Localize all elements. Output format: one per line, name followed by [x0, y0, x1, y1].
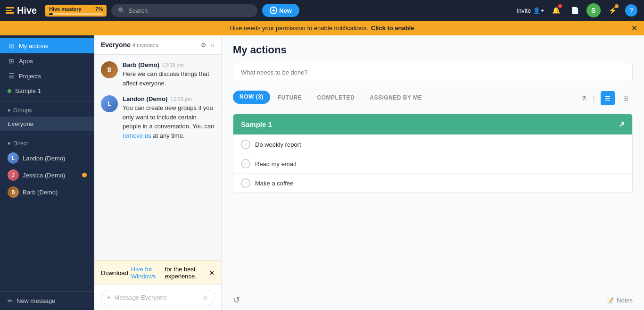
topbar-actions: Invite 👤+ 🔔 📄 S ⚡ ? — [516, 3, 638, 17]
task-row-2: ✓ Make a coffee — [233, 173, 632, 193]
home-icon: ⊞ — [8, 42, 15, 50]
notes-icon: 📝 — [606, 297, 614, 304]
remove-us-link[interactable]: remove us — [123, 132, 151, 139]
tab-completed[interactable]: COMPLETED — [310, 91, 363, 106]
documents-button[interactable]: 📄 — [568, 3, 582, 17]
sidebar-item-everyone[interactable]: Everyone — [0, 117, 94, 131]
list-view-button[interactable]: ☰ — [601, 91, 615, 105]
sidebar-item-sample1[interactable]: Sample 1 — [0, 84, 94, 98]
channel-name: Everyone — [101, 41, 131, 49]
banner-link[interactable]: Click to enable — [371, 25, 414, 32]
download-bar: Download Hive for Windows for the best e… — [94, 260, 221, 285]
undo-button[interactable]: ↺ — [233, 295, 240, 305]
task-input[interactable] — [233, 63, 633, 82]
tab-now[interactable]: NOW (3) — [233, 91, 270, 104]
groups-label: Groups — [13, 107, 32, 114]
middle-header: Everyone 4 members ⚙ ‹‹ — [94, 35, 221, 55]
sidebar-item-my-actions[interactable]: ⊞ My actions — [0, 38, 94, 53]
sidebar-item-my-actions-label: My actions — [19, 42, 48, 50]
activity-badge — [615, 4, 619, 8]
task-row-0: ✓ Do weekly report — [233, 134, 632, 154]
sidebar-item-landon[interactable]: L Landon (Demo) — [0, 150, 94, 167]
invite-button[interactable]: Invite 👤+ — [516, 7, 544, 14]
notifications-button[interactable]: 🔔 — [549, 3, 563, 17]
barb-msg-header: Barb (Demo) 12:58 pm — [123, 61, 215, 68]
task-row-1: ✓ Read my email — [233, 154, 632, 173]
jessica-unread-badge — [82, 173, 87, 177]
emoji-icon[interactable]: ☺ — [202, 294, 208, 301]
tabs-row: NOW (3) FUTURE COMPLETED ASSIGNED BY ME … — [222, 87, 644, 106]
landon-msg-header: Landon (Demo) 12:58 pm — [123, 95, 215, 102]
barb-msg-text: Here we can discuss things that affect e… — [123, 69, 215, 88]
sidebar-item-barb[interactable]: B Barb (Demo) — [0, 184, 94, 201]
landon-msg-avatar: L — [101, 95, 118, 112]
download-link[interactable]: Hive for Windows — [131, 266, 162, 280]
search-text: Search — [128, 7, 148, 14]
banner-text: Hive needs your permission to enable not… — [230, 25, 368, 32]
sidebar-item-sample1-label: Sample 1 — [15, 87, 41, 94]
download-text2: for the best experience. — [165, 266, 206, 280]
download-text: Download — [101, 269, 128, 276]
message-row-barb: B Barb (Demo) 12:58 pm Here we can discu… — [101, 61, 215, 88]
project-group-sample1: Sample 1 ↗ ✓ Do weekly report ✓ Read my … — [233, 114, 633, 193]
landon-msg-name: Landon (Demo) — [123, 95, 167, 102]
user-avatar[interactable]: S — [586, 3, 601, 17]
tab-future[interactable]: FUTURE — [270, 91, 310, 106]
collapse-icon[interactable]: ‹‹ — [210, 42, 215, 49]
sidebar-item-projects[interactable]: ☰ Projects — [0, 68, 94, 84]
landon-name: Landon (Demo) — [23, 155, 65, 162]
search-box[interactable]: 🔍 Search — [111, 4, 257, 17]
landon-msg-text: You can create new groups if you only wa… — [123, 103, 215, 140]
document-icon: 📄 — [571, 7, 579, 14]
tab-assigned-by-me[interactable]: ASSIGNED BY ME — [362, 91, 429, 106]
help-button[interactable]: ? — [624, 3, 638, 17]
activity-button[interactable]: ⚡ — [605, 3, 619, 17]
jessica-name: Jessica (Demo) — [23, 172, 65, 179]
sidebar-footer: ✏ New message — [0, 291, 94, 310]
right-panel: My actions NOW (3) FUTURE COMPLETED ASSI… — [222, 35, 644, 310]
project-header: Sample 1 ↗ — [233, 114, 632, 134]
filter-icon[interactable]: ⚗ — [581, 95, 587, 102]
sample1-dot — [8, 89, 11, 93]
sidebar-item-apps[interactable]: ⊞ Apps — [0, 53, 94, 68]
sidebar-item-jessica[interactable]: J Jessica (Demo) — [0, 167, 94, 184]
task-check-0[interactable]: ✓ — [241, 140, 250, 149]
settings-icon[interactable]: ⚙ — [201, 42, 206, 49]
invite-icon: 👤+ — [533, 7, 544, 14]
grid-view-button[interactable]: ⊞ — [619, 91, 633, 105]
barb-msg-content: Barb (Demo) 12:58 pm Here we can discuss… — [123, 61, 215, 88]
task-check-1[interactable]: ✓ — [241, 159, 250, 168]
barb-name: Barb (Demo) — [23, 189, 58, 196]
plus-icon[interactable]: + — [107, 294, 111, 301]
project-expand-icon[interactable]: ↗ — [619, 120, 625, 129]
message-input-row[interactable]: + Message Everyone ☺ — [101, 290, 215, 305]
project-name: Sample 1 — [241, 120, 272, 128]
notes-label: Notes — [617, 297, 633, 304]
middle-panel: Everyone 4 members ⚙ ‹‹ B Barb (Demo) 12… — [94, 35, 222, 310]
landon-avatar: L — [8, 152, 19, 164]
mastery-percent: 7% — [95, 6, 103, 12]
right-title: My actions — [233, 44, 633, 56]
message-input-placeholder: Message Everyone — [115, 294, 198, 301]
sidebar-divider-2 — [0, 134, 94, 134]
mastery-bar-bg — [49, 13, 103, 15]
new-button[interactable]: + New — [262, 4, 299, 17]
sidebar-groups-header[interactable]: ▾ Groups — [0, 104, 94, 117]
more-options-icon[interactable]: ⋮ — [591, 95, 597, 102]
sidebar-item-apps-label: Apps — [19, 58, 33, 65]
new-button-icon: + — [270, 7, 277, 14]
right-footer: ↺ 📝 Notes — [222, 290, 644, 310]
sidebar-direct-header[interactable]: ▾ Direct — [0, 137, 94, 150]
sidebar-nav: ⊞ My actions ⊞ Apps ☰ Projects Sample 1 … — [0, 35, 94, 203]
jessica-avatar: J — [8, 169, 19, 181]
barb-msg-name: Barb (Demo) — [123, 61, 159, 68]
banner-close[interactable]: ✕ — [631, 24, 637, 33]
notes-button[interactable]: 📝 Notes — [606, 297, 633, 304]
task-check-2[interactable]: ✓ — [241, 178, 250, 188]
barb-avatar: B — [8, 186, 19, 198]
landon-msg-content: Landon (Demo) 12:58 pm You can create ne… — [123, 95, 215, 140]
tab-actions: ⚗ ⋮ ☰ ⊞ — [581, 91, 633, 105]
new-message-button[interactable]: ✏ New message — [8, 297, 87, 304]
download-close[interactable]: ✕ — [209, 269, 215, 276]
notification-badge — [558, 4, 562, 8]
